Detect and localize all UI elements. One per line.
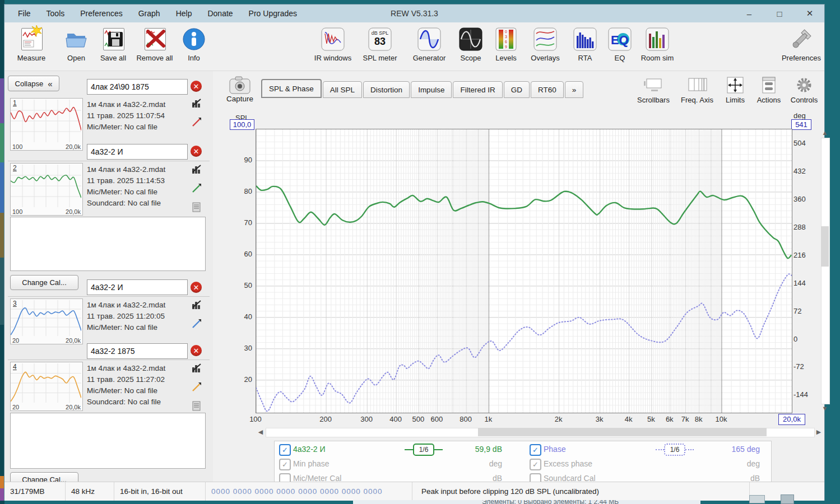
scope-icon [458,27,483,52]
h-scroll-left-arrow[interactable]: ◀ [257,427,264,437]
measurement-2-trace-color-icon[interactable] [192,183,202,193]
freq-tick-8k: 8k [688,415,710,423]
measurement-3-delete-button[interactable]: ✕ [191,282,202,293]
measurement-2-delete-button[interactable]: ✕ [191,146,202,157]
measurement-1-name-input[interactable] [87,79,188,95]
measurement-4-thumbnail[interactable]: 4 20 20,0k [10,362,83,411]
measurement-1-actions-icon[interactable] [192,98,202,108]
maximize-button[interactable]: □ [774,9,785,18]
measurement-3-thumbnail[interactable]: 3 20 20,0k [10,298,83,344]
tab-filtered-ir[interactable]: Filtered IR [453,81,502,98]
v-scroll-thumb[interactable] [821,226,829,267]
status-input-levels: 0000 0000 0000 0000 0000 0000 0000 0000 [206,482,412,501]
levels-icon: 0 3 6 9 [494,27,518,52]
measurement-2-change-cal-button[interactable]: Change Cal... [10,275,78,290]
chart-h-scrollbar[interactable]: ◀ ▶ [257,427,823,437]
spl-trace-checkbox[interactable]: ✓ [279,444,291,456]
measurements-sidebar: Collapse « ✕ 1 100 20,0k 1м 4лак и 4a32-… [4,71,214,482]
background-window-statusbar: Элементы: 0 Выбрано элементы: 1 2,44 МБ [353,500,700,504]
tab-distortion[interactable]: Distortion [363,81,410,98]
tab-impulse[interactable]: Impulse [411,81,452,98]
spl-tick-60: 60 [230,250,252,258]
measurement-1-delete-button[interactable]: ✕ [191,81,202,92]
collapse-sidebar-button[interactable]: Collapse « [8,76,59,91]
measurement-3-name-input[interactable] [87,279,188,295]
measurement-2-notes-field[interactable] [10,217,206,271]
minimize-button[interactable]: – [744,9,755,18]
measurement-4-notes-field[interactable] [10,413,206,469]
measurement-4-name-input[interactable] [87,343,188,359]
measurement-4-actions-icon[interactable] [192,363,202,373]
h-scroll-right-arrow[interactable]: ▶ [815,427,823,437]
spl-meter-button[interactable]: dB SPL 83 SPL meter [356,26,403,68]
menubar: FileToolsPreferencesGraphHelpDonatePro U… [4,9,305,18]
phase-trace-name: Phase [544,445,566,454]
measurement-4-delete-button[interactable]: ✕ [191,345,202,356]
measurement-4-notes-icon[interactable] [192,401,202,411]
status-memory: 31/179MB [4,482,66,501]
plot-region[interactable] [256,129,792,413]
measurement-2-notes-icon[interactable] [192,202,202,212]
menu-graph[interactable]: Graph [131,9,168,18]
freq-tick-4k: 4k [618,415,640,423]
measurement-2-thumbnail[interactable]: 2 100 20,0k [10,163,83,216]
min-phase-checkbox[interactable]: ✓ [279,459,291,470]
menu-preferences[interactable]: Preferences [72,9,130,18]
svg-text:6: 6 [505,40,507,44]
limits-icon [724,77,746,94]
v-scroll-down-arrow[interactable]: ▼ [820,404,829,412]
tab-gd[interactable]: GD [504,81,530,98]
tab-rt60[interactable]: RT60 [531,81,564,98]
save-all-button[interactable]: Save all [90,26,137,68]
menu-help[interactable]: Help [168,9,200,18]
info-icon [182,27,206,52]
measurement-2-actions-icon[interactable] [192,164,202,174]
spl-smoothing-control[interactable]: 1/6 [405,444,443,456]
tab-spl-phase[interactable]: SPL & Phase [261,79,322,98]
measure-button[interactable]: Measure [8,26,55,68]
phase-trace-checkbox[interactable]: ✓ [530,444,541,456]
freq-tick-2k: 2k [547,415,570,423]
phase-smoothing-control[interactable]: 1/6 [656,444,694,456]
spl-axis-max-input[interactable]: 100,0 [230,119,254,130]
status-bit-depth: 16-bit in, 16-bit out [114,482,206,501]
tab-item[interactable]: » [565,81,584,98]
capture-button[interactable]: Capture [223,76,257,103]
close-button[interactable]: ✕ [804,8,815,18]
room-sim-button[interactable]: Room sim [634,26,681,68]
background-window-left-strip [0,0,4,504]
chart-v-scrollbar[interactable]: ▲ ▼ [820,129,829,412]
freq-axis-max-input[interactable]: 20,0k [778,414,805,425]
menu-donate[interactable]: Donate [199,9,240,18]
ir-windows-button[interactable]: IR windows [309,26,356,68]
generator-button[interactable]: Generator [406,26,453,68]
rta-icon [573,27,597,52]
capture-camera-icon [229,76,251,95]
measurement-4-trace-color-icon[interactable] [192,382,202,392]
menu-tools[interactable]: Tools [39,9,73,18]
info-button[interactable]: Info [170,26,217,68]
freq-axis-button[interactable]: Freq. Axis [677,77,717,104]
overlays-icon [533,27,558,52]
deg-axis-max-input[interactable]: 541 [791,119,811,130]
measurement-2-name-input[interactable] [87,144,188,160]
excess-phase-label: Excess phase [544,459,592,468]
limits-button[interactable]: Limits [720,77,751,104]
menu-pro-upgrades[interactable]: Pro Upgrades [241,9,305,18]
preferences-button[interactable]: Preferences [778,26,825,68]
controls-button[interactable]: Controls [787,77,822,104]
min-phase-label: Min phase [293,459,329,468]
tab-all-spl[interactable]: All SPL [323,81,362,98]
v-scroll-up-arrow[interactable]: ▲ [820,129,829,137]
spl-tick-90: 90 [230,156,252,164]
scrollbars-button[interactable]: Scrollbars [632,77,675,104]
measurement-2-info: 1м 4лак и 4a32-2.mdat 11 трав. 2025 11:1… [87,164,188,209]
actions-button[interactable]: Actions [752,77,786,104]
measurement-3-actions-icon[interactable] [192,300,202,310]
excess-phase-checkbox[interactable]: ✓ [530,459,541,470]
measurement-3-trace-color-icon[interactable] [192,319,202,329]
measurement-1-thumbnail[interactable]: 1 100 20,0k [10,98,83,151]
h-scroll-thumb[interactable] [478,428,767,436]
measurement-1-trace-color-icon[interactable] [192,117,202,127]
menu-file[interactable]: File [10,9,39,18]
